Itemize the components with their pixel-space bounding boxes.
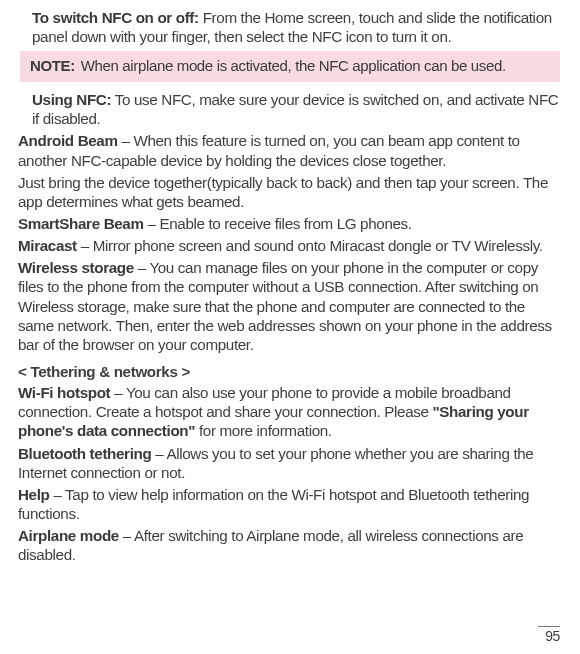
android-beam-detail: Just bring the device together(typically…: [18, 173, 562, 211]
using-nfc-text: To use NFC, make sure your device is swi…: [32, 91, 558, 127]
airplane-mode-bold: Airplane mode: [18, 527, 119, 544]
note-label: NOTE:: [30, 57, 75, 74]
android-beam-paragraph: Android Beam – When this feature is turn…: [18, 131, 562, 169]
wifi-hotspot-paragraph: Wi-Fi hotspot – You can also use your ph…: [18, 383, 562, 440]
miracast-bold: Miracast: [18, 237, 77, 254]
smartshare-text: – Enable to receive files from LG phones…: [144, 215, 412, 232]
wifi-hotspot-text2: for more information.: [195, 422, 332, 439]
tethering-section-header: < Tethering & networks >: [18, 362, 562, 381]
help-paragraph: Help – Tap to view help information on t…: [18, 485, 562, 523]
nfc-switch-bold: To switch NFC on or off:: [32, 9, 199, 26]
smartshare-bold: SmartShare Beam: [18, 215, 144, 232]
wireless-storage-paragraph: Wireless storage – You can manage files …: [18, 258, 562, 354]
note-box: NOTE: When airplane mode is activated, t…: [20, 51, 560, 82]
miracast-paragraph: Miracast – Mirror phone screen and sound…: [18, 236, 562, 255]
nfc-switch-paragraph: To switch NFC on or off: From the Home s…: [18, 8, 562, 46]
bluetooth-tether-bold: Bluetooth tethering: [18, 445, 151, 462]
help-bold: Help: [18, 486, 50, 503]
miracast-text: – Mirror phone screen and sound onto Mir…: [77, 237, 543, 254]
smartshare-paragraph: SmartShare Beam – Enable to receive file…: [18, 214, 562, 233]
page-number: 95: [538, 626, 560, 646]
page-container: To switch NFC on or off: From the Home s…: [0, 0, 580, 654]
bluetooth-tether-paragraph: Bluetooth tethering – Allows you to set …: [18, 444, 562, 482]
airplane-mode-paragraph: Airplane mode – After switching to Airpl…: [18, 526, 562, 564]
android-beam-bold: Android Beam: [18, 132, 118, 149]
note-text: When airplane mode is activated, the NFC…: [77, 57, 506, 74]
using-nfc-paragraph: Using NFC: To use NFC, make sure your de…: [18, 90, 562, 128]
help-text: – Tap to view help information on the Wi…: [18, 486, 529, 522]
using-nfc-bold: Using NFC:: [32, 91, 111, 108]
wifi-hotspot-bold: Wi-Fi hotspot: [18, 384, 110, 401]
wireless-storage-bold: Wireless storage: [18, 259, 134, 276]
